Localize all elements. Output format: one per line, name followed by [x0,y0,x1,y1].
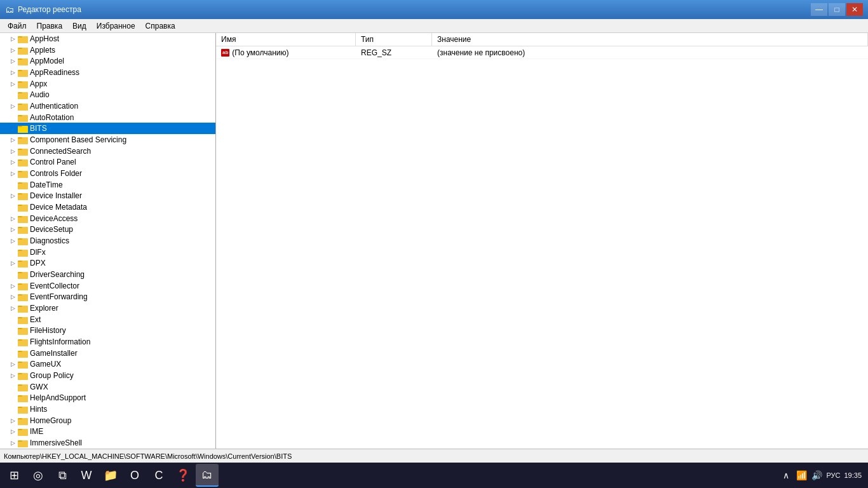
svg-rect-55 [18,341,28,346]
tree-item-AutoRotation[interactable]: AutoRotation [0,112,215,123]
tree-item-ConnectedSearch[interactable]: ▷ ConnectedSearch [0,146,215,157]
tree-expander[interactable]: ▷ [8,79,18,89]
tree-expander[interactable]: ▷ [8,34,18,44]
taskbar-app-cortana[interactable]: ◎ [27,464,50,487]
tree-expander[interactable]: ▷ [8,146,18,156]
tree-expander[interactable] [8,393,18,403]
tree-item-AppHost[interactable]: ▷ AppHost [0,33,215,44]
taskbar-app-regedit[interactable]: 🗂 [196,464,219,487]
tree-item-Authentication[interactable]: ▷ Authentication [0,100,215,112]
tree-expander[interactable]: ▷ [8,157,18,167]
tree-item-HelpAndSupport[interactable]: HelpAndSupport [0,393,215,404]
menu-item-избранное[interactable]: Избранное [92,20,140,32]
tree-item-Explorer[interactable]: ▷ Explorer [0,302,215,314]
tree-label: Group Policy [30,371,74,380]
tree-item-DPX[interactable]: ▷ DPX [0,257,215,269]
taskbar-app-start[interactable]: ⊞ [3,464,25,487]
tree-expander[interactable] [8,382,18,392]
tree-expander[interactable]: ▷ [8,258,18,268]
tree-expander[interactable] [8,315,18,325]
tree-expander[interactable] [8,180,18,190]
tree-expander[interactable] [8,202,18,212]
tree-item-GameInstaller[interactable]: GameInstaller [0,348,215,359]
tree-expander[interactable]: ▷ [8,438,18,448]
taskbar-app-unknown1[interactable]: ❓ [172,464,194,487]
tree-item-FileHistory[interactable]: FileHistory [0,325,215,336]
tree-expander[interactable]: ▷ [8,214,18,224]
tree-expander[interactable] [8,123,18,133]
tree-item-DeviceSetup[interactable]: ▷ DeviceSetup [0,224,215,235]
tree-item-DeviceAccess[interactable]: ▷ DeviceAccess [0,213,215,224]
tree-expander[interactable] [8,404,18,414]
tree-item-Appx[interactable]: ▷ Appx [0,78,215,90]
tree-expander[interactable]: ▷ [8,191,18,201]
tree-expander[interactable] [8,90,18,100]
folder-icon [18,259,28,268]
tree-item-ControlsFolder[interactable]: ▷ Controls Folder [0,168,215,179]
tree-item-ComponentBasedServicing[interactable]: ▷ Component Based Servicing [0,134,215,146]
menu-item-правка[interactable]: Правка [32,20,68,32]
tree-expander[interactable]: ▷ [8,426,18,437]
tree-expander[interactable]: ▷ [8,236,18,246]
menu-item-справка[interactable]: Справка [140,20,180,32]
tree-panel[interactable]: ▷ AppHost▷ Applets▷ AppModel▷ AppReadine… [0,33,216,449]
tree-expander[interactable] [8,247,18,257]
tree-expander[interactable] [8,112,18,123]
tree-item-DeviceInstaller[interactable]: ▷ Device Installer [0,190,215,201]
tree-item-BITS[interactable]: BITS [0,123,215,134]
tree-expander[interactable]: ▷ [8,370,18,381]
tree-expander[interactable]: ▷ [8,303,18,313]
tree-item-HomeGroup[interactable]: ▷ HomeGroup [0,415,215,426]
tray-show-hidden-icon[interactable]: ∧ [780,470,792,481]
tree-expander[interactable]: ▷ [8,359,18,369]
tree-expander[interactable]: ▷ [8,416,18,426]
tree-item-ImmersiveShell[interactable]: ▷ ImmersiveShell [0,437,215,449]
tree-expander[interactable]: ▷ [8,224,18,234]
tree-item-EventForwarding[interactable]: ▷ EventForwarding [0,291,215,302]
tree-item-Hints[interactable]: Hints [0,403,215,415]
tree-expander[interactable] [8,337,18,347]
tree-item-EventCollector[interactable]: ▷ EventCollector [0,280,215,292]
tree-item-ControlPanel[interactable]: ▷ Control Panel [0,156,215,168]
taskbar-app-opera[interactable]: O [123,464,146,487]
tree-item-GroupPolicy[interactable]: ▷ Group Policy [0,370,215,381]
tree-expander[interactable] [8,269,18,280]
tree-item-DlFx[interactable]: DlFx [0,247,215,258]
tree-expander[interactable]: ▷ [8,168,18,179]
table-row[interactable]: ab(По умолчанию)REG_SZ(значение не присв… [216,46,868,59]
tree-expander[interactable]: ▷ [8,135,18,145]
tray-language[interactable]: РУС [826,471,840,479]
taskbar-app-task-view[interactable]: ⧉ [51,464,74,487]
tree-item-AppReadiness[interactable]: ▷ AppReadiness [0,67,215,78]
tree-item-GameUX[interactable]: ▷ GameUX [0,358,215,370]
tree-expander[interactable]: ▷ [8,101,18,111]
tree-expander[interactable]: ▷ [8,67,18,78]
tree-expander[interactable]: ▷ [8,56,18,66]
taskbar-app-explorer[interactable]: 📁 [99,464,122,487]
tree-expander[interactable] [8,348,18,358]
tree-item-DriverSearching[interactable]: DriverSearching [0,269,215,280]
tree-expander[interactable]: ▷ [8,281,18,291]
tree-item-IME[interactable]: ▷ IME [0,426,215,438]
tree-item-Diagnostics[interactable]: ▷ Diagnostics [0,235,215,247]
maximize-button[interactable]: □ [829,3,845,16]
minimize-button[interactable]: — [811,3,827,16]
tree-item-GWX[interactable]: GWX [0,381,215,393]
tree-item-Ext[interactable]: Ext [0,314,215,325]
menu-item-вид[interactable]: Вид [67,20,92,32]
taskbar-app-whatsapp[interactable]: W [75,464,98,487]
tree-expander[interactable]: ▷ [8,45,18,55]
tree-item-DateTime[interactable]: DateTime [0,179,215,191]
tray-network-icon[interactable]: 📶 [796,470,807,481]
tree-item-FlightsInformation[interactable]: FlightsInformation [0,336,215,348]
tree-item-Audio[interactable]: Audio [0,89,215,100]
tree-expander[interactable]: ▷ [8,292,18,302]
tray-volume-icon[interactable]: 🔊 [811,470,822,481]
tree-expander[interactable] [8,325,18,336]
menu-item-файл[interactable]: Файл [3,20,32,32]
tree-item-DeviceMetadata[interactable]: Device Metadata [0,201,215,213]
tree-item-AppModel[interactable]: ▷ AppModel [0,55,215,67]
taskbar-app-chrome[interactable]: C [147,464,170,487]
tree-item-Applets[interactable]: ▷ Applets [0,44,215,56]
close-button[interactable]: ✕ [846,3,863,16]
